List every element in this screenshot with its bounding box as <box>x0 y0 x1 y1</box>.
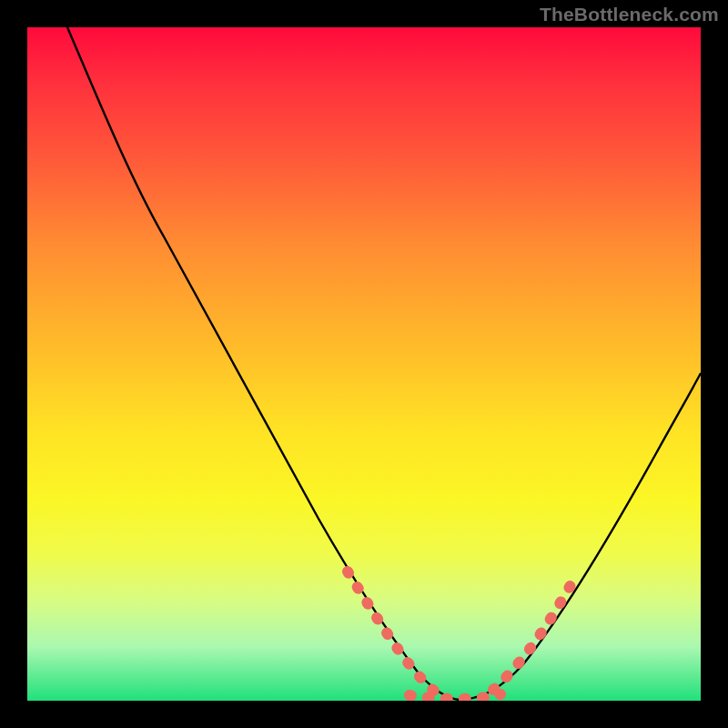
plot-area <box>27 27 701 701</box>
highlight-right <box>493 581 573 690</box>
curve-right <box>460 373 701 700</box>
watermark-text: TheBottleneck.com <box>540 4 719 25</box>
chart-frame: TheBottleneck.com <box>0 0 728 728</box>
curve-layer <box>27 27 701 701</box>
highlight-left <box>348 571 435 692</box>
curve-left <box>67 27 460 700</box>
